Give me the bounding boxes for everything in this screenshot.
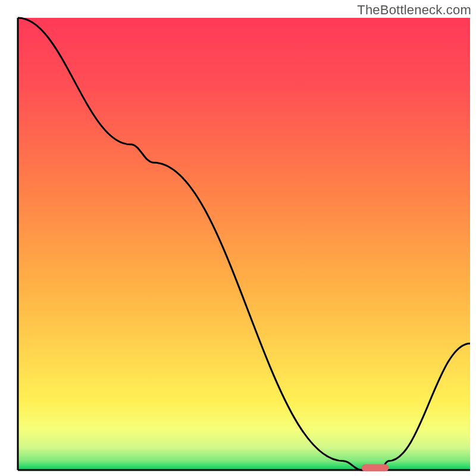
- plot-background: [18, 18, 470, 470]
- watermark-text: TheBottleneck.com: [357, 2, 471, 18]
- bottleneck-chart: [0, 0, 476, 476]
- chart-container: TheBottleneck.com: [0, 0, 476, 476]
- accent-marker: [362, 464, 389, 471]
